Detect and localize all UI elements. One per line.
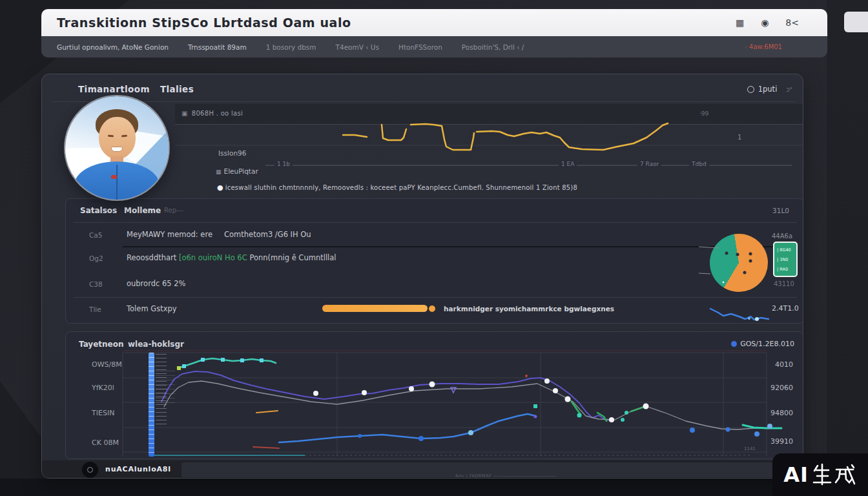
pen-icon[interactable]: ɔᵊ (786, 86, 792, 93)
background-shape-right (827, 0, 868, 479)
tag-icon: ▦ (216, 169, 222, 175)
corner-note: 1141 (744, 447, 756, 451)
publish-toggle[interactable]: 1puti ɔᵊ (747, 85, 792, 94)
table-row[interactable]: Reoosddthart [o6n ouiroN Ho 6C Ponn(mnig… (127, 253, 336, 262)
globe-icon[interactable]: ◉ (761, 17, 769, 28)
panel-title: TimanartloomTlalies (78, 84, 194, 94)
y-label-1: OWS/8M (92, 360, 122, 369)
blue-axis-bar (149, 353, 154, 457)
axis-tick-1: 1 1b (274, 161, 293, 167)
pie-chart (710, 234, 768, 292)
lower-header-value: GOS/1.2E8.010 (731, 340, 794, 348)
page: Transkitionn StipSCo Lbrtdasd Oam ualo ▦… (0, 0, 868, 496)
window-titlebar: Transkitionn StipSCo Lbrtdasd Oam ualo ▦… (41, 9, 827, 36)
legend-footer: 43110 (774, 280, 794, 287)
table-row[interactable]: Tolem Gstxpy (127, 304, 177, 313)
avatar (65, 96, 169, 200)
r-value-3: 94800 (770, 409, 793, 417)
spark-value: 2.4T1.0 (772, 304, 799, 313)
nav-item-4[interactable]: T4eomV ‹ Us (336, 43, 379, 51)
overview-table-card: Satalsos Molleme Rep--- 31L0 Ca5 MeyMAWY… (65, 198, 803, 324)
y-label-2: YfK20l (92, 384, 114, 392)
row-label-4: Tlie (89, 305, 101, 313)
table-separator-2 (74, 297, 797, 298)
avatar-face (99, 117, 136, 159)
tick-column-2 (156, 371, 175, 407)
avatar-zipper (116, 165, 118, 200)
radio-icon (747, 86, 754, 93)
avatar-logo (111, 175, 117, 179)
table-separator (74, 222, 797, 223)
user-icon[interactable]: 8< (785, 17, 799, 28)
lower-chart (66, 332, 803, 460)
note-line: ●iceswall sluthin chmtnnnnly, Remoovedls… (217, 183, 577, 192)
lower-title-2: wlea-hoklsgr (128, 340, 184, 349)
watermark-latin: AI (783, 462, 809, 487)
y-label-4: CK 08M (92, 439, 119, 447)
row-label-3: C38 (89, 280, 103, 288)
nav-item-5[interactable]: HtonFSSoron (398, 43, 442, 51)
table-header-faded: Rep--- (164, 207, 183, 214)
table-header-col2: Molleme (124, 206, 161, 215)
axis-mark: 1 (738, 134, 741, 141)
navbar: Gurtiul opnoalivm, AtoNe Gonion Trnsspoa… (41, 36, 827, 57)
progress-note: harkmnidger syomichammrkce bgwlaegxnes (444, 305, 614, 313)
footer-fineprint: Anv | FADRMAF —————————————— (455, 473, 557, 479)
row-divider-dark (123, 246, 797, 247)
nav-item-6[interactable]: Posboitin'S, Drll ‹ / (462, 43, 524, 51)
series-label-primary: Isslon96 (218, 149, 246, 157)
nav-item-2[interactable]: Trnsspoatit 89am (188, 43, 247, 51)
r-value-1: 4010 (775, 360, 793, 369)
table-header-value: 31L0 (772, 207, 789, 214)
lower-title-1: Tayetneon (79, 340, 124, 349)
axis-tick-3: 7 Raor (637, 161, 661, 167)
r-value-4: 39910 (770, 437, 793, 446)
table-row[interactable]: MeyMAWY memod: ereComthetom3 /G6 IH Ou (127, 230, 311, 239)
background-bottom-strip (0, 479, 868, 496)
dashboard-panel: TimanartloomTlalies 1puti ɔᵊ ▣8068H . oo… (41, 74, 803, 479)
window-title: Transkitionn StipSCo Lbrtdasd Oam ualo (57, 16, 351, 30)
panel-separator (51, 101, 795, 102)
grid-icon[interactable]: ▦ (736, 17, 744, 28)
nav-badge[interactable]: · 4aw:6M01 (745, 43, 782, 50)
r-value-2: 92060 (770, 384, 793, 392)
panel-footer: nuACAlunloA8l Anv | FADRMAF ————————————… (42, 460, 803, 479)
pie-legend: | 8G40 | 3N0 | RA0 (773, 242, 798, 277)
lower-chart-card: Tayetneon wlea-hoklsgr GOS/1.2E8.010 OWS… (65, 331, 803, 459)
blue-dot-icon (731, 341, 737, 347)
axis-tick-4: Tdbd (689, 161, 709, 167)
progress-dot (429, 305, 435, 312)
axis-tick-2: 1 EA (559, 161, 577, 167)
nav-item-3[interactable]: 1 bosory dbsm (266, 43, 316, 51)
table-row[interactable]: oubrordc 65 2% (127, 279, 185, 288)
progress-bar (322, 305, 428, 312)
top-right-tab[interactable] (844, 12, 868, 32)
avatar-smile (111, 147, 123, 152)
ai-watermark: AI (772, 453, 868, 496)
record-icon[interactable] (82, 462, 98, 478)
nav-item-1[interactable]: Gurtiul opnoalivm, AtoNe Gonion (57, 43, 169, 51)
table-header-col1: Satalsos (80, 206, 117, 215)
row-label-1: Ca5 (89, 231, 102, 239)
watermark-cjk (812, 462, 857, 488)
series-label-secondary: ▦EleuPiqtar (216, 167, 258, 175)
titlebar-icons: ▦ ◉ 8< (736, 17, 799, 28)
y-label-3: TIESIN (92, 409, 114, 417)
row-value-1: 44A6a (772, 232, 792, 240)
row-label-2: Og2 (89, 254, 103, 262)
footer-button[interactable]: nuACAlunloA8l (105, 465, 171, 473)
